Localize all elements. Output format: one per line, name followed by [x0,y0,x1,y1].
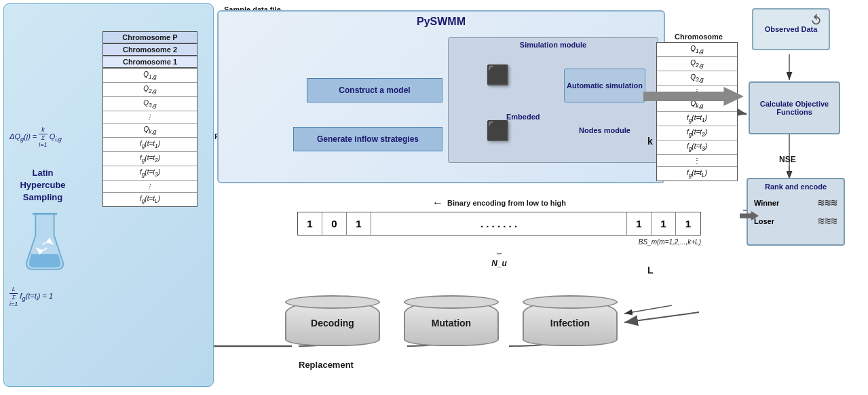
pyswmm-box: PySWMM Simulation module ⬛ Automatic sim… [217,10,665,183]
chr-row-ft1: fg(t=t1) [103,138,197,152]
generate-inflow-box[interactable]: Generate inflow strategies [293,127,442,151]
decoding-top [285,295,380,309]
winner-label: Winner [754,199,779,207]
chr-row-q1g: Q1,g [103,69,197,83]
auto-to-calc-arrow [643,87,744,106]
replacement-label: Replacement [299,360,354,370]
nse-label: NSE [779,155,796,164]
chr-row-q2g: Q2,g [103,83,197,97]
right-chromosome-area: Chromosome Q1,g Q2,g Q3,g ⋮ Qk,g fg(t=t1… [656,33,741,181]
beaker-icon [18,208,72,276]
winner-row: Winner ≋≋≋ [751,195,840,210]
binary-cell-1: 0 [322,212,347,235]
right-chr-ft1: fg(t=t1) [657,112,737,126]
right-chromosome-table: Q1,g Q2,g Q3,g ⋮ Qk,g fg(t=t1) fg(t=t2) … [656,42,738,181]
binary-cell-2: 1 [347,212,371,235]
chromosome-inner-table: Q1,g Q2,g Q3,g ⋮ Qk,g fg(t=t1) fg(t=t2) … [102,68,197,207]
rank-encode-title: Rank and encode [751,183,840,191]
right-chr-q3g: Q3,g [657,71,737,86]
svg-line-18 [624,305,672,314]
simulation-module-container: Simulation module ⬛ Automatic simulation… [448,37,658,163]
pyswmm-title: PySWMM [219,12,664,31]
construct-model-box[interactable]: Construct a model [307,78,442,102]
right-chr-ft2: fg(t=t2) [657,126,737,140]
nodes-cube-icon: ⬛ [486,119,510,142]
formula-bottom: L Σ i=1 fg(t=ti) = 1 [10,286,53,307]
nu-label: N_u [297,259,701,268]
binary-cell-dots: . . . . . . . [371,212,627,235]
auto-simulation-box: Automatic simulation [564,69,645,102]
bs-label: BS_m(m=1,2,...,k+L) [297,238,701,246]
right-chr-q1g: Q1,g [657,43,737,57]
chr-row-qkg: Qk,g [103,124,197,138]
binary-cell-0: 1 [298,212,322,235]
formula-top: ΔQg(j) = k Σ i=1 Qi,g [10,126,62,148]
right-chromosome-label: Chromosome [656,33,741,41]
chr-row-dots1: ⋮ [103,111,197,124]
rank-encode-box: Rank and encode Winner ≋≋≋ Loser ≋≋≋ [747,178,845,246]
right-chr-ft3: fg(t=t3) [657,140,737,155]
diagram-container: ΔQg(j) = k Σ i=1 Qi,g L Σ i=1 fg(t=ti) =… [0,0,868,395]
binary-cell-4: 1 [652,212,676,235]
loser-row: Loser ≋≋≋ [751,213,840,229]
chromosomes-area: Chromosome P Chromosome 2 Chromosome 1 Q… [102,31,204,207]
simulation-cube-icon: ⬛ [486,64,510,86]
rank-to-chr-arrow [740,209,760,223]
embedded-label: Embeded [506,113,540,121]
infection-top [523,295,618,309]
rank-arrow-icon [740,211,759,221]
chr-row-q3g: Q3,g [103,97,197,111]
right-chr-ftL: fg(t=tL) [657,167,737,181]
mutation-top [404,295,499,309]
brace-bottom: ⌣ [297,247,701,259]
chromosome-p: Chromosome P [102,31,197,43]
chromosome-2: Chromosome 2 [102,43,197,56]
loser-dna-icon: ≋≋≋ [818,214,837,227]
lhs-label: Latin Hypercube Sampling [12,167,73,204]
binary-encoding-area: ← Binary encoding from low to high 1 0 1… [297,197,701,268]
right-chr-q2g: Q2,g [657,57,737,71]
svg-line-15 [624,312,699,322]
binary-cells-row: 1 0 1 . . . . . . . 1 1 1 [297,212,701,236]
nodes-module-label: Nodes module [564,126,645,134]
left-panel: ΔQg(j) = k Σ i=1 Qi,g L Σ i=1 fg(t=ti) =… [3,3,214,387]
chromosome-1: Chromosome 1 [102,56,197,68]
winner-dna-icon: ≋≋≋ [818,196,837,209]
chr-row-dots2: ⋮ [103,181,197,193]
binary-cell-3: 1 [627,212,652,235]
k-label: k [647,136,653,147]
chr-row-ft3: fg(t=t3) [103,166,197,181]
right-chr-dots2: ⋮ [657,155,737,167]
big-right-arrow [643,87,744,106]
calculate-box: Calculate Objective Functions [749,81,840,134]
chr-row-ft2: fg(t=t2) [103,152,197,166]
chr-row-ftL: fg(t=tL) [103,193,197,206]
binary-cell-5: 1 [676,212,700,235]
binary-encoding-label: ← Binary encoding from low to high [297,197,701,209]
simulation-module-label: Simulation module [449,38,658,52]
